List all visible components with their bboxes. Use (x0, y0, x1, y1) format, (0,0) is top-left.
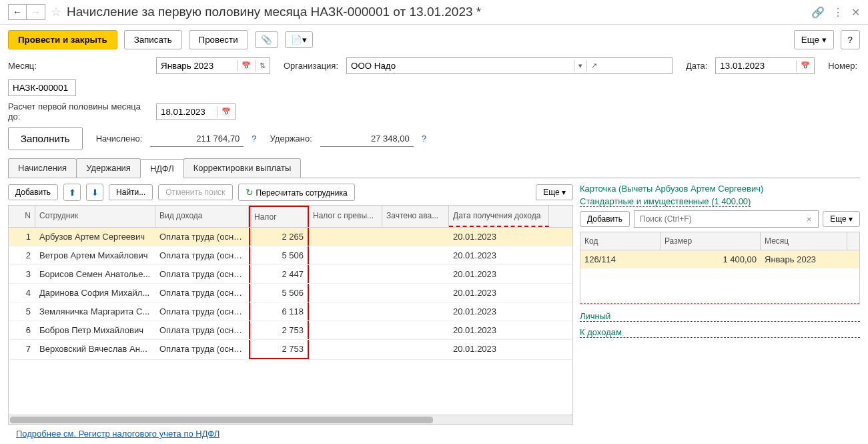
fill-button[interactable]: Заполнить (8, 127, 83, 150)
table-row[interactable]: 7Верховский Вячеслав Ан...Оплата труда (… (9, 340, 572, 360)
personal-link[interactable]: Личный (580, 311, 860, 322)
date-input[interactable]: 📅 (715, 57, 815, 74)
col-header-n[interactable]: N (9, 206, 35, 227)
page-title: Начисление за первую половину месяца НАЗ… (67, 5, 811, 19)
deductions-link[interactable]: Стандартные и имущественные (1 400,00) (580, 196, 751, 207)
arrow-down-icon: ⬇ (91, 188, 99, 198)
income-link[interactable]: К доходам (580, 327, 860, 338)
table-row[interactable]: 5Земляничка Маргарита С...Оплата труда (… (9, 302, 572, 321)
calendar-icon[interactable]: 📅 (237, 60, 255, 71)
table-row[interactable]: 4Даринова София Михайл...Оплата труда (о… (9, 284, 572, 302)
find-button[interactable]: Найти... (109, 184, 153, 200)
org-label: Организация: (284, 61, 338, 71)
document-icon: 📄 (291, 35, 302, 45)
ndfl-grid: N Сотрудник Вид дохода Налог Налог с пре… (8, 205, 573, 425)
col-header-tax[interactable]: Налог (249, 206, 309, 227)
arrow-up-icon: ⬆ (69, 188, 76, 198)
withheld-label: Удержано: (270, 134, 312, 144)
calc-until-input[interactable]: 📅 (156, 103, 236, 120)
number-input[interactable] (8, 79, 76, 96)
more-button[interactable]: Еще ▾ (794, 30, 834, 49)
tab-corrections[interactable]: Корректировки выплаты (183, 158, 302, 178)
withheld-value: 27 348,00 (320, 131, 414, 147)
card-link[interactable]: Карточка (Вычеты Арбузов Артем Сергеевич… (580, 184, 763, 194)
right-search-input[interactable]: × (634, 210, 819, 228)
recalc-button[interactable]: ↻Пересчитать сотрудника (238, 184, 355, 201)
tab-withholdings[interactable]: Удержания (76, 158, 141, 178)
col-header-date[interactable]: Дата получения дохода (449, 206, 549, 227)
rcol-header-month[interactable]: Месяц (761, 232, 847, 250)
accrued-label: Начислено: (96, 134, 143, 144)
post-button[interactable]: Провести (189, 30, 248, 49)
move-down-button[interactable]: ⬇ (86, 184, 103, 201)
table-row[interactable]: 2Ветров Артем МихайловичОплата труда (ос… (9, 246, 572, 265)
col-header-excess[interactable]: Налог с превы... (309, 206, 382, 227)
print-button[interactable]: 📄 ▾ (285, 31, 313, 48)
calc-until-label: Расчет первой половины месяца до: (8, 101, 148, 122)
register-link[interactable]: Подробнее см. Регистр налогового учета п… (16, 429, 220, 439)
list-item[interactable]: 126/1141 400,00Январь 2023 (580, 250, 859, 268)
accrued-help-icon[interactable]: ? (252, 134, 256, 144)
number-label: Номер: (828, 61, 857, 71)
calendar-icon[interactable]: 📅 (217, 106, 235, 118)
month-input[interactable]: 📅 ⇅ (156, 57, 270, 74)
col-header-type[interactable]: Вид дохода (155, 206, 249, 227)
post-and-close-button[interactable]: Провести и закрыть (8, 30, 117, 49)
table-row[interactable]: 3Борисов Семен Анатолье...Оплата труда (… (9, 265, 572, 284)
rcol-header-size[interactable]: Размер (661, 232, 761, 250)
stepper-icon[interactable]: ⇅ (255, 60, 270, 71)
favorite-star-icon[interactable]: ☆ (51, 5, 61, 19)
date-label: Дата: (686, 61, 707, 71)
paperclip-icon: 📎 (261, 35, 272, 45)
month-label: Месяц: (8, 61, 148, 71)
calendar-icon[interactable]: 📅 (796, 60, 814, 71)
table-row[interactable]: 6Бобров Петр МихайловичОплата труда (осн… (9, 321, 572, 340)
nav-back-button[interactable]: ← (8, 4, 27, 20)
col-header-advance[interactable]: Зачтено ава... (382, 206, 449, 227)
grid-add-button[interactable]: Добавить (8, 184, 58, 200)
tab-accruals[interactable]: Начисления (8, 158, 77, 178)
table-row[interactable]: 1Арбузов Артем СергеевичОплата труда (ос… (9, 228, 572, 246)
col-header-employee[interactable]: Сотрудник (35, 206, 155, 227)
horizontal-scrollbar[interactable] (9, 415, 572, 424)
refresh-icon: ↻ (246, 187, 254, 198)
write-button[interactable]: Записать (124, 30, 182, 49)
open-icon[interactable]: ↗ (586, 60, 601, 71)
tab-ndfl[interactable]: НДФЛ (140, 159, 184, 178)
org-input[interactable]: ▾ ↗ (346, 57, 673, 74)
rcol-header-code[interactable]: Код (580, 232, 661, 250)
accrued-value: 211 764,70 (150, 131, 244, 147)
grid-more-button[interactable]: Еще ▾ (536, 184, 573, 200)
nav-forward-button[interactable]: → (27, 4, 45, 20)
attach-button[interactable]: 📎 (255, 31, 278, 48)
right-add-button[interactable]: Добавить (580, 211, 630, 227)
right-more-button[interactable]: Еще ▾ (823, 211, 860, 227)
search-clear-icon[interactable]: × (804, 214, 815, 224)
withheld-help-icon[interactable]: ? (422, 134, 426, 144)
deductions-grid: Код Размер Месяц 126/1141 400,00Январь 2… (580, 232, 860, 304)
close-icon[interactable]: ✕ (851, 6, 860, 19)
cancel-search-button[interactable]: Отменить поиск (158, 184, 232, 200)
link-icon[interactable]: 🔗 (811, 6, 825, 19)
help-button[interactable]: ? (841, 30, 860, 49)
move-up-button[interactable]: ⬆ (63, 184, 81, 201)
dropdown-icon[interactable]: ▾ (574, 60, 586, 71)
kebab-menu-icon[interactable]: ⋮ (833, 6, 843, 19)
